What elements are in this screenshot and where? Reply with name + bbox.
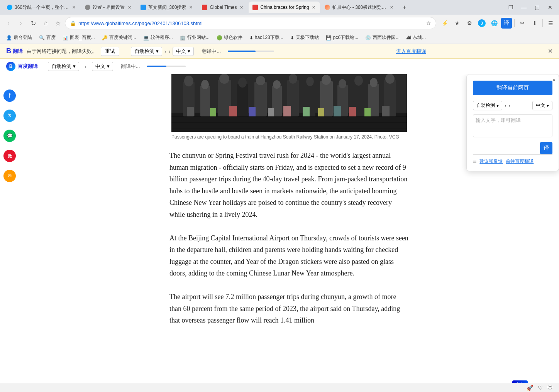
360-logo[interactable]: 3 xyxy=(476,18,487,29)
url-star-icon[interactable]: ☆ xyxy=(426,20,431,26)
translate-icon[interactable]: 译 xyxy=(501,18,512,29)
bookmark-login[interactable]: 👤 后台登陆 xyxy=(3,34,35,42)
weibo-share-button[interactable]: 微 xyxy=(3,150,16,162)
popup-chinese-arrow: ▾ xyxy=(547,103,549,108)
svg-rect-39 xyxy=(382,106,390,117)
svg-point-3 xyxy=(184,76,193,86)
baidu-chinese-arrow: ▾ xyxy=(107,63,110,69)
bookmark-keyword[interactable]: 🔑 百度关键词... xyxy=(99,34,139,42)
svg-point-21 xyxy=(339,79,346,88)
restore-button[interactable]: ❐ xyxy=(505,3,517,12)
bookmark-chart-icon: 📊 xyxy=(63,35,68,41)
popup-auto-label: 自动检测 xyxy=(476,102,495,109)
bookmark-xixi-icon: 💿 xyxy=(365,35,371,41)
translation-notification-bar: B 翻译 由于网络连接问题，翻译失败。 重试 自动检测 ▾ › › 中文 ▾ 翻… xyxy=(0,44,559,59)
tab-5[interactable]: China braces for Spring ✕ xyxy=(249,2,320,13)
baidu-chinese-label: 中文 xyxy=(95,63,105,70)
bookmark-software[interactable]: 💻 软件程序... xyxy=(140,34,176,42)
download-icon[interactable]: ⬇ xyxy=(529,18,540,29)
bookmark-tianji[interactable]: ⬇ 天极下载站 xyxy=(287,34,322,42)
email-share-button[interactable]: ✉ xyxy=(3,170,16,182)
feedback-link[interactable]: 建议和反馈 xyxy=(479,158,503,165)
translation-bar-close[interactable]: ✕ xyxy=(548,47,553,55)
baidu-chinese-btn[interactable]: 中文 ▾ xyxy=(92,62,113,71)
status-heart-icon[interactable]: ♡ xyxy=(538,385,543,391)
tab-1-close[interactable]: ✕ xyxy=(71,4,76,11)
popup-translate-icon: 译 xyxy=(544,145,549,152)
bookmark-chart[interactable]: 📊 图表_百度... xyxy=(59,34,98,42)
minimize-button[interactable]: — xyxy=(518,3,530,12)
translation-input[interactable]: 输入文字，即可翻译 xyxy=(473,114,552,137)
popup-language-row: 自动检测 ▾ › › 中文 ▾ xyxy=(473,101,552,110)
tab-3[interactable]: 英文新闻_360搜索 ✕ xyxy=(137,2,198,13)
tab-5-title: China braces for Spring xyxy=(260,5,309,10)
popup-auto-detect-button[interactable]: 自动检测 ▾ xyxy=(473,101,502,110)
back-button[interactable]: ‹ xyxy=(3,18,14,29)
tab-4-title: Global Times xyxy=(210,5,237,10)
tab-4-close[interactable]: ✕ xyxy=(239,4,244,11)
tab-2[interactable]: 设置 - 界面设置 ✕ xyxy=(81,2,136,13)
auto-detect-button[interactable]: 自动检测 ▾ xyxy=(131,47,162,56)
popup-chinese-button[interactable]: 中文 ▾ xyxy=(532,101,552,110)
maximize-button[interactable]: ▢ xyxy=(531,3,543,12)
tab-5-close[interactable]: ✕ xyxy=(311,4,316,11)
bookmark-login-icon: 👤 xyxy=(6,35,12,41)
bookmark-industry[interactable]: 🏢 行业网站... xyxy=(177,34,213,42)
bookmark-green[interactable]: 🟢 绿色软件 xyxy=(213,34,246,42)
retry-button[interactable]: 重试 xyxy=(101,47,119,56)
new-tab-button[interactable]: + xyxy=(399,2,410,13)
tab-6-icon xyxy=(325,5,330,10)
bookmark-pc6[interactable]: 💾 pc6下载站... xyxy=(323,34,361,42)
auto-detect-label: 自动检测 xyxy=(134,48,154,55)
facebook-share-button[interactable]: f xyxy=(3,90,16,102)
tab-4[interactable]: Global Times ✕ xyxy=(198,2,248,13)
popup-auto-arrow: ▾ xyxy=(496,103,499,108)
scissors-icon[interactable]: ✂ xyxy=(517,18,528,29)
wechat-share-button[interactable]: 💬 xyxy=(3,130,16,142)
baidu-auto-label: 自动检测 xyxy=(51,63,71,70)
chinese-button[interactable]: 中文 ▾ xyxy=(173,47,194,56)
popup-menu-icon[interactable]: ≡ xyxy=(473,158,476,165)
home-button[interactable]: ⌂ xyxy=(40,18,51,29)
tab-2-close[interactable]: ✕ xyxy=(127,4,132,11)
extensions-icon[interactable]: ⚡ xyxy=(439,18,450,29)
twitter-share-button[interactable]: 𝕏 xyxy=(3,110,16,122)
bookmark-button[interactable]: ☆ xyxy=(53,18,63,29)
menu-icon[interactable]: ☰ xyxy=(545,18,556,29)
svg-point-11 xyxy=(256,76,265,85)
bookmark-green-icon: 🟢 xyxy=(217,35,222,41)
popup-close-button[interactable]: × xyxy=(552,77,556,83)
tab-4-icon xyxy=(202,5,207,10)
url-text: https://www.globaltimes.cn/page/202401/1… xyxy=(78,20,424,26)
bookmark-baidu[interactable]: 🔍 百度 xyxy=(36,34,59,42)
tab-6-close[interactable]: ✕ xyxy=(389,4,394,11)
tab-6[interactable]: 扩展中心 - 360极速浏览器... ✕ xyxy=(321,2,398,13)
bookmark-tianji-icon: ⬇ xyxy=(290,35,294,41)
svg-rect-29 xyxy=(210,108,216,117)
reload-button[interactable]: ↻ xyxy=(28,18,39,29)
translate-current-page-button[interactable]: 翻译当前网页 xyxy=(473,81,552,95)
tab-1-title: 360导航一个主页，整个主... xyxy=(15,4,69,11)
article-paragraph-1: The chunyun or Spring Festival travel ru… xyxy=(169,150,409,221)
bookmark-hao123-icon: ⬇ xyxy=(249,35,253,41)
bookmark-dongcheng[interactable]: 🏙 东城... xyxy=(403,34,429,42)
settings-icon[interactable]: ⚙ xyxy=(464,18,475,29)
baidu-auto-detect-btn[interactable]: 自动检测 ▾ xyxy=(48,62,79,71)
status-shield-icon[interactable]: 🛡 xyxy=(547,385,553,391)
article-paragraph-3: The airport will see 7.2 million passeng… xyxy=(169,291,409,326)
bookmark-hao123[interactable]: ⬇ hao123下载... xyxy=(246,34,286,42)
forward-button[interactable]: › xyxy=(15,18,26,29)
bookmark-xixi[interactable]: 💿 西西软件园... xyxy=(362,34,403,42)
star-icon[interactable]: ★ xyxy=(452,18,462,29)
globe-icon[interactable]: 🌐 xyxy=(489,18,500,29)
svg-point-27 xyxy=(385,74,395,84)
tab-1[interactable]: 360导航一个主页，整个主... ✕ xyxy=(3,2,80,13)
url-bar[interactable]: 🔒 https://www.globaltimes.cn/page/202401… xyxy=(65,17,436,29)
baidu-translate-link[interactable]: 前往百度翻译 xyxy=(506,158,534,165)
enter-baidu-link[interactable]: 进入百度翻译 xyxy=(396,48,426,55)
status-rocket-icon[interactable]: 🚀 xyxy=(527,385,533,391)
popup-translate-button[interactable]: 译 xyxy=(540,142,552,154)
tab-3-icon xyxy=(141,5,146,10)
tab-3-close[interactable]: ✕ xyxy=(188,4,193,11)
close-button[interactable]: ✕ xyxy=(544,3,556,12)
